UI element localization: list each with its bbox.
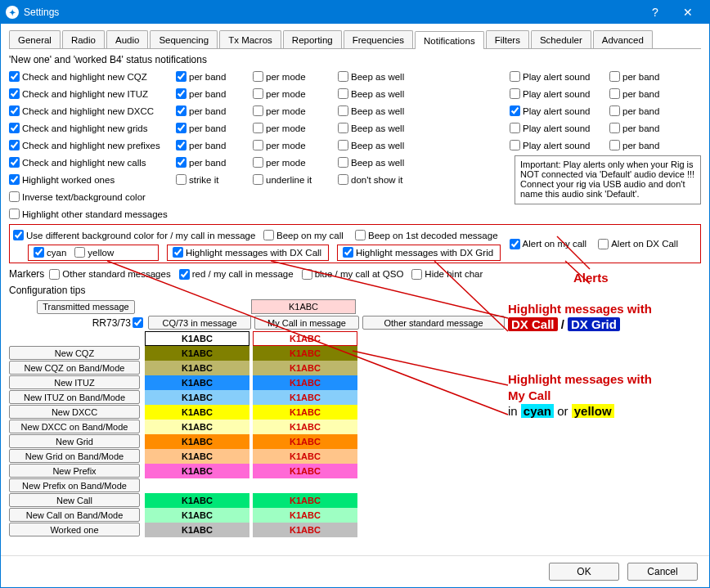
markers-otherstd-check[interactable]: [49, 269, 60, 280]
swatch-9-b[interactable]: K1ABC: [253, 464, 357, 478]
row3-play[interactable]: [510, 123, 520, 133]
tab-tx-macros[interactable]: Tx Macros: [219, 30, 281, 48]
beep-1st-check[interactable]: [355, 230, 366, 240]
row1-check[interactable]: [9, 88, 20, 99]
swatch-9-a[interactable]: K1ABC: [145, 464, 249, 478]
color-btn-3[interactable]: New ITUZ: [9, 375, 140, 389]
row3-beep[interactable]: [338, 123, 348, 133]
highlight-worked-check[interactable]: [9, 174, 20, 185]
tab-sequencing[interactable]: Sequencing: [150, 30, 218, 48]
row2-permode[interactable]: [253, 105, 263, 116]
markers-blue-check[interactable]: [302, 269, 312, 280]
row0-permode[interactable]: [253, 71, 263, 82]
swatch-6-b[interactable]: K1ABC: [253, 420, 357, 434]
row3-check[interactable]: [9, 123, 20, 133]
row4-perband[interactable]: [176, 140, 186, 150]
row0-perband[interactable]: [176, 71, 186, 82]
row5-perband[interactable]: [176, 157, 186, 168]
transmitted-btn[interactable]: Transmitted message: [37, 300, 135, 314]
color-btn-4[interactable]: New ITUZ on Band/Mode: [9, 390, 140, 404]
swatch-13-b[interactable]: K1ABC: [253, 523, 357, 537]
color-btn-9[interactable]: New Prefix: [9, 464, 140, 478]
help-button[interactable]: ?: [639, 1, 672, 24]
rr73-check[interactable]: [133, 317, 143, 328]
tab-reporting[interactable]: Reporting: [283, 30, 342, 48]
color-btn-8[interactable]: New Grid on Band/Mode: [9, 449, 140, 463]
swatch-11-b[interactable]: K1ABC: [253, 493, 357, 508]
color-btn-11[interactable]: New Call: [9, 493, 140, 507]
row2-perband2[interactable]: [609, 105, 620, 116]
color-btn-13[interactable]: Worked one: [9, 523, 140, 536]
row3-permode[interactable]: [253, 123, 263, 133]
row4-perband2[interactable]: [609, 140, 620, 150]
swatch-11-a[interactable]: K1ABC: [145, 493, 249, 508]
swatch-0-b[interactable]: K1ABC: [253, 331, 357, 346]
row1-perband[interactable]: [176, 88, 186, 99]
swatch-7-a[interactable]: K1ABC: [145, 434, 249, 449]
underline-check[interactable]: [253, 174, 263, 185]
strike-check[interactable]: [176, 174, 186, 185]
cq73-btn[interactable]: CQ/73 in message: [148, 316, 251, 330]
hl-dx-call-check[interactable]: [173, 247, 183, 258]
swatch-1-a[interactable]: K1ABC: [145, 346, 249, 361]
swatch-5-a[interactable]: K1ABC: [145, 405, 249, 420]
row3-perband2[interactable]: [609, 123, 620, 133]
swatch-8-b[interactable]: K1ABC: [253, 449, 357, 464]
row2-perband[interactable]: [176, 105, 186, 116]
swatch-5-b[interactable]: K1ABC: [253, 405, 357, 420]
color-btn-6[interactable]: New DXCC on Band/Mode: [9, 420, 140, 433]
swatch-12-a[interactable]: K1ABC: [145, 508, 249, 523]
swatch-0-a[interactable]: K1ABC: [145, 331, 249, 346]
color-btn-1[interactable]: New CQZ: [9, 346, 140, 360]
row5-check[interactable]: [9, 157, 20, 168]
row0-check[interactable]: [9, 71, 20, 82]
dontshow-check[interactable]: [338, 174, 348, 185]
close-button[interactable]: ✕: [672, 1, 704, 24]
swatch-7-b[interactable]: K1ABC: [253, 434, 357, 449]
tab-advanced[interactable]: Advanced: [593, 30, 653, 48]
row4-play[interactable]: [510, 140, 520, 150]
row4-permode[interactable]: [253, 140, 263, 150]
row5-beep[interactable]: [338, 157, 348, 168]
color-btn-10[interactable]: New Prefix on Band/Mode: [9, 478, 140, 492]
row2-check[interactable]: [9, 105, 20, 116]
row0-perband2[interactable]: [609, 71, 620, 82]
swatch-3-b[interactable]: K1ABC: [253, 375, 357, 390]
cancel-button[interactable]: Cancel: [627, 563, 698, 581]
tab-radio[interactable]: Radio: [62, 30, 105, 48]
swatch-8-a[interactable]: K1ABC: [145, 449, 249, 464]
ok-button[interactable]: OK: [549, 563, 619, 581]
swatch-6-a[interactable]: K1ABC: [145, 420, 249, 434]
row4-check[interactable]: [9, 140, 20, 150]
row2-beep[interactable]: [338, 105, 348, 116]
beep-my-check[interactable]: [263, 230, 274, 240]
swatch-12-b[interactable]: K1ABC: [253, 508, 357, 523]
inverse-check[interactable]: [9, 191, 20, 202]
cyan-check[interactable]: [34, 247, 44, 258]
hl-dx-grid-check[interactable]: [343, 247, 353, 258]
color-btn-2[interactable]: New CQZ on Band/Mode: [9, 361, 140, 375]
markers-red-check[interactable]: [179, 269, 190, 280]
color-btn-5[interactable]: New DXCC: [9, 405, 140, 419]
swatch-3-a[interactable]: K1ABC: [145, 375, 249, 390]
hl-other-std-check[interactable]: [9, 209, 20, 219]
tab-scheduler[interactable]: Scheduler: [531, 30, 591, 48]
row2-play[interactable]: [510, 105, 520, 116]
row1-permode[interactable]: [253, 88, 263, 99]
row0-beep[interactable]: [338, 71, 348, 82]
tab-audio[interactable]: Audio: [106, 30, 148, 48]
otherstd-btn[interactable]: Other standard message: [362, 316, 505, 330]
mycall-btn[interactable]: My Call in message: [254, 316, 359, 330]
alert-my-check[interactable]: [510, 239, 520, 249]
swatch-4-b[interactable]: K1ABC: [253, 390, 357, 405]
tab-general[interactable]: General: [9, 30, 61, 48]
markers-hide-check[interactable]: [411, 269, 422, 280]
tab-notifications[interactable]: Notifications: [415, 31, 484, 49]
row1-perband2[interactable]: [609, 88, 620, 99]
row3-perband[interactable]: [176, 123, 186, 133]
color-btn-7[interactable]: New Grid: [9, 434, 140, 448]
swatch-1-b[interactable]: K1ABC: [253, 346, 357, 361]
swatch-2-a[interactable]: K1ABC: [145, 361, 249, 375]
row5-permode[interactable]: [253, 157, 263, 168]
row1-beep[interactable]: [338, 88, 348, 99]
